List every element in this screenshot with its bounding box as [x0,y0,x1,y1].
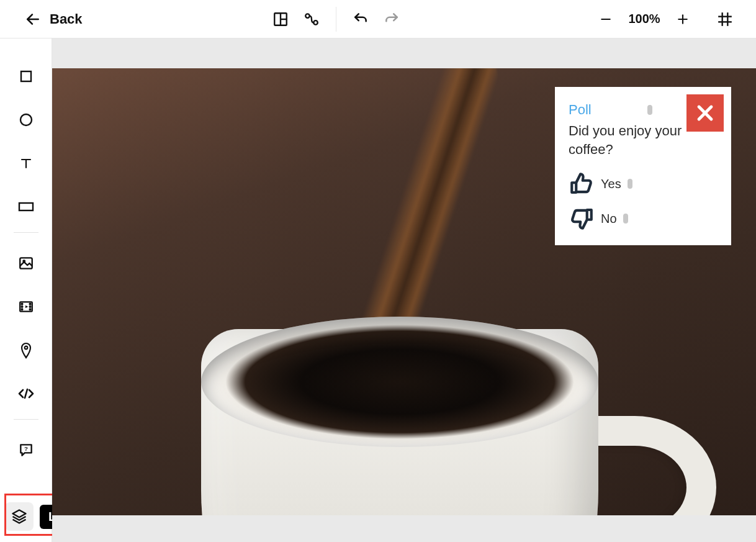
svg-point-28 [24,346,27,350]
canvas-area[interactable]: Poll Did you enjoy your coffee? Yes No [52,38,756,542]
toolbar-center-cluster [265,4,407,35]
poll-option-yes[interactable]: Yes [569,171,718,197]
minus-icon [600,13,612,25]
layers-icon [11,508,28,525]
pin-tool[interactable] [11,328,42,372]
svg-marker-27 [25,305,27,308]
canvas-image-element [592,416,716,515]
path-tool-icon [304,11,320,27]
back-button[interactable]: Back [25,11,83,27]
redo-button[interactable] [376,4,407,35]
artboard[interactable]: Poll Did you enjoy your coffee? Yes No [52,68,756,515]
zoom-out-button[interactable] [593,7,618,32]
button-icon [18,201,34,212]
poll-option-label: Yes [601,177,621,191]
circle-icon [19,112,34,127]
button-tool[interactable] [11,185,42,228]
arrow-left-icon [25,11,41,27]
redo-icon [384,11,400,27]
poll-option-no[interactable]: No [569,206,718,232]
svg-point-23 [21,309,22,310]
toolbar-divider [336,7,336,32]
back-label: Back [50,11,83,27]
drag-handle-icon[interactable] [623,214,628,224]
undo-icon [353,11,369,27]
svg-rect-13 [21,71,31,81]
zoom-in-button[interactable] [670,7,695,32]
image-icon [18,255,34,271]
layout-panel-button[interactable] [265,4,296,35]
poll-question: Did you enjoy your coffee? [569,122,693,158]
poll-close-button[interactable] [686,94,724,132]
svg-point-24 [29,304,30,305]
video-icon [18,299,34,315]
thumbs-up-icon [569,171,595,197]
svg-point-14 [20,114,32,125]
grid-toggle-button[interactable] [713,7,737,32]
image-tool[interactable] [11,242,42,285]
svg-marker-31 [13,510,26,518]
svg-text:?: ? [24,445,28,452]
layers-button[interactable] [5,502,34,531]
drag-handle-icon[interactable] [647,105,652,115]
zoom-level[interactable]: 100% [626,12,663,26]
poll-title: Poll [569,102,592,118]
plus-icon [677,13,689,25]
svg-point-26 [29,309,30,310]
poll-option-label: No [601,212,617,226]
embed-tool[interactable] [11,372,42,415]
undo-button[interactable] [345,4,376,35]
grid-icon [717,11,733,27]
comment-icon: ? [18,442,34,458]
video-tool[interactable] [11,285,42,328]
square-icon [19,69,34,84]
svg-point-21 [21,304,22,305]
toolbar-divider [14,419,38,420]
svg-line-29 [25,389,27,398]
rectangle-tool[interactable] [11,55,42,98]
canvas-image-element [201,317,598,447]
left-toolbar: ? Layers [0,38,52,542]
top-toolbar: Back 100% [0,0,756,38]
layout-panel-icon [272,11,289,27]
toolbar-divider [14,232,38,233]
text-tool[interactable] [11,142,42,185]
close-icon [695,102,716,124]
oval-tool[interactable] [11,98,42,142]
drag-handle-icon[interactable] [628,179,632,189]
svg-point-25 [29,306,30,307]
comment-tool[interactable]: ? [11,428,42,472]
poll-options: Yes No [569,171,718,232]
svg-point-22 [21,306,22,307]
zoom-controls: 100% [593,7,737,32]
svg-point-19 [23,260,25,262]
thumbs-down-icon [569,206,595,232]
text-icon [19,156,34,171]
path-tool-button[interactable] [296,4,327,35]
pin-icon [19,341,34,359]
code-icon [17,386,35,401]
svg-rect-17 [19,203,33,210]
poll-widget[interactable]: Poll Did you enjoy your coffee? Yes No [555,87,731,245]
